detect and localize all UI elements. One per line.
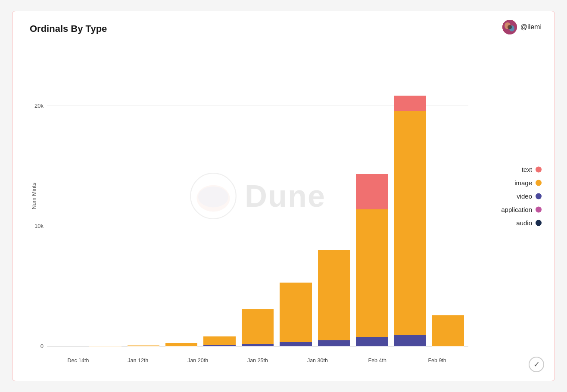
legend-dot-image — [536, 180, 542, 186]
svg-point-4 — [508, 25, 512, 29]
bars-area — [47, 46, 468, 346]
legend-item-audio: audio — [501, 219, 542, 227]
bar-segment-image — [203, 336, 235, 345]
y-label-10k: 10k — [34, 222, 47, 229]
bar-group-feb4-3 — [318, 250, 350, 346]
bar-segment-text — [394, 96, 426, 111]
bar-group-jan20 — [128, 345, 159, 346]
x-label-jan12: Jan 12th — [111, 358, 165, 364]
legend-item-video: video — [501, 193, 542, 200]
x-labels: Dec 14th Jan 12th Jan 20th Jan 25th Jan … — [47, 358, 468, 364]
x-label-feb9: Feb 9th — [410, 358, 464, 364]
bar-segment-image — [394, 111, 426, 335]
bar-segment-image — [242, 309, 274, 344]
legend-dot-application — [536, 206, 542, 212]
bar-stack — [128, 345, 159, 346]
chart-container: Ordinals By Type @ilemi Num Mints Dune — [12, 11, 555, 381]
bar-stack — [165, 343, 197, 346]
bar-stack — [280, 283, 312, 346]
bar-segment-video — [203, 345, 235, 346]
bar-segment-video — [280, 342, 312, 346]
y-axis-label: Num Mints — [31, 183, 37, 209]
bar-segment-text — [356, 174, 388, 209]
bar-stack — [394, 96, 426, 346]
username: @ilemi — [520, 23, 542, 31]
bar-group-jan12 — [89, 346, 121, 346]
bar-segment-video — [242, 344, 274, 346]
legend-label-video: video — [517, 193, 532, 200]
bar-segment-image — [165, 343, 197, 346]
legend-label-application: application — [501, 206, 532, 213]
bar-group-feb4-1 — [242, 309, 274, 346]
x-label-dec14: Dec 14th — [51, 358, 105, 364]
bar-group-jan25 — [165, 343, 197, 346]
checkmark-badge[interactable]: ✓ — [529, 357, 544, 372]
legend: text image video application audio — [501, 166, 542, 227]
bar-stack — [318, 250, 350, 346]
bar-segment-image — [432, 315, 464, 346]
bar-segment-image — [280, 283, 312, 342]
checkmark-icon: ✓ — [533, 360, 540, 369]
legend-label-image: image — [514, 179, 532, 187]
bar-segment-image — [318, 250, 350, 340]
x-label-jan20: Jan 20th — [171, 358, 225, 364]
bar-stack — [89, 346, 121, 346]
legend-label-text: text — [522, 166, 532, 173]
x-label-jan25: Jan 25th — [231, 358, 285, 364]
legend-dot-text — [536, 166, 542, 172]
bar-segment-image — [89, 346, 121, 346]
bar-group-jan30 — [203, 336, 235, 346]
bar-segment-video — [318, 340, 350, 346]
x-label-jan30: Jan 30th — [290, 358, 344, 364]
legend-item-application: application — [501, 206, 542, 213]
x-label-feb4: Feb 4th — [350, 358, 404, 364]
bar-segment-video — [356, 337, 388, 346]
legend-item-text: text — [501, 166, 542, 173]
bar-segment-video — [394, 335, 426, 346]
bar-group-feb4-2 — [280, 283, 312, 346]
legend-item-image: image — [501, 179, 542, 187]
bar-stack — [203, 336, 235, 346]
legend-label-audio: audio — [516, 219, 532, 227]
bar-segment-image — [356, 209, 388, 337]
chart-area: Dune 0 10k 20k — [47, 46, 468, 346]
legend-dot-audio — [536, 220, 542, 226]
bar-stack — [356, 174, 388, 346]
bar-group-feb9 — [394, 96, 426, 346]
user-badge: @ilemi — [502, 20, 542, 34]
chart-title: Ordinals By Type — [30, 23, 107, 34]
bar-group-feb9-plus1 — [432, 315, 464, 346]
y-label-20k: 20k — [34, 102, 47, 109]
legend-dot-video — [536, 193, 542, 199]
bar-stack — [242, 309, 274, 346]
y-label-0: 0 — [40, 343, 47, 349]
bar-group-feb9-pre — [356, 174, 388, 346]
bar-stack — [432, 315, 464, 346]
user-avatar — [502, 20, 517, 34]
bar-segment-image — [128, 345, 159, 346]
